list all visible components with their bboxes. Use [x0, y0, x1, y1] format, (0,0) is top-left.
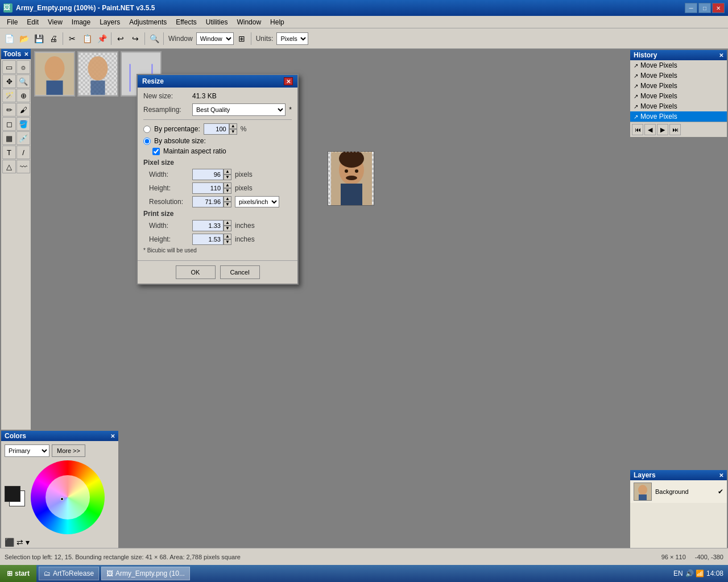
ok-button[interactable]: OK [176, 265, 216, 279]
layers-close-button[interactable]: ✕ [719, 472, 723, 479]
tools-close-button[interactable]: ✕ [24, 51, 28, 57]
history-item[interactable]: ↗ Move Pixels [630, 101, 727, 111]
history-item[interactable]: ↗ Move Pixels [630, 91, 727, 101]
taskbar-item-paintnet[interactable]: 🖼 Army_Empty.png (10... [101, 567, 190, 580]
app-icon: 🖼 [3, 3, 13, 13]
cancel-button[interactable]: Cancel [220, 265, 260, 279]
tool-magic-wand[interactable]: 🪄 [2, 89, 16, 102]
menu-adjustments[interactable]: Adjustments [125, 16, 171, 28]
minimize-button[interactable]: ─ [685, 3, 697, 13]
history-item[interactable]: ↗ Move Pixels [630, 81, 727, 91]
history-item-selected[interactable]: ↗ Move Pixels [630, 111, 727, 122]
pixel-height-spin-up[interactable]: ▲ [224, 182, 231, 188]
color-wheel-container[interactable] [31, 460, 105, 534]
layer-background[interactable]: Background ✔ [630, 480, 727, 503]
tool-text[interactable]: T [2, 146, 16, 159]
print-width-spin-up[interactable]: ▲ [224, 220, 231, 226]
taskbar-item-art[interactable]: 🗂 ArtToRelease [39, 567, 99, 580]
print-height-spin-up[interactable]: ▲ [224, 234, 231, 239]
percentage-spin-up[interactable]: ▲ [229, 123, 237, 129]
resampling-select[interactable]: Best Quality Bicubic Bilinear Nearest Ne… [192, 103, 286, 116]
window-dropdown[interactable]: Window [196, 32, 234, 45]
menu-layers[interactable]: Layers [95, 16, 125, 28]
tool-rectangle-select[interactable]: ▭ [2, 60, 16, 74]
tool-shapes[interactable]: △ [2, 160, 16, 173]
history-close-button[interactable]: ✕ [719, 52, 723, 59]
print-width-input[interactable] [192, 220, 224, 231]
resolution-unit-select[interactable]: pixels/inch pixels/cm [235, 196, 279, 207]
by-percentage-radio[interactable] [143, 126, 151, 133]
start-button[interactable]: ⊞ start [0, 565, 36, 582]
tool-line[interactable]: / [16, 146, 30, 159]
menu-effects[interactable]: Effects [171, 16, 201, 28]
history-item[interactable]: ↗ Move Pixels [630, 60, 727, 70]
tool-fill[interactable]: 🪣 [16, 117, 30, 131]
new-button[interactable]: 📄 [2, 32, 16, 45]
tool-eraser[interactable]: ◻ [2, 117, 16, 131]
zoom-fit-button[interactable]: ⊞ [235, 32, 249, 45]
window-title: Army_Empty.png (100%) - Paint.NET v3.5.5 [16, 4, 155, 12]
colors-close-button[interactable]: ✕ [110, 433, 115, 439]
pixel-width-spin-up[interactable]: ▲ [224, 169, 231, 174]
color-wheel[interactable] [31, 460, 105, 534]
undo-button[interactable]: ↩ [114, 32, 127, 45]
tool-move[interactable]: ✥ [2, 74, 16, 88]
print-button[interactable]: 🖨 [47, 32, 60, 45]
primary-secondary-select[interactable]: Primary Secondary [5, 444, 49, 457]
menu-edit[interactable]: Edit [22, 16, 43, 28]
menu-utilities[interactable]: Utilities [201, 16, 233, 28]
menu-view[interactable]: View [43, 16, 67, 28]
paste-button[interactable]: 📌 [95, 32, 109, 45]
resize-dialog-close[interactable]: ✕ [284, 77, 293, 85]
open-button[interactable]: 📂 [17, 32, 31, 45]
menu-file[interactable]: File [2, 16, 22, 28]
tool-eyedropper[interactable]: 💉 [16, 131, 30, 145]
tool-lasso[interactable]: ⌾ [16, 60, 30, 74]
thumbnail-1[interactable] [34, 51, 75, 97]
maximize-button[interactable]: □ [698, 3, 711, 13]
menu-image[interactable]: Image [67, 16, 95, 28]
resolution-input[interactable] [192, 196, 224, 207]
print-height-input[interactable] [192, 234, 224, 245]
print-height-spin-down[interactable]: ▼ [224, 239, 231, 245]
thumbnail-2[interactable] [77, 51, 118, 97]
save-button[interactable]: 💾 [32, 32, 46, 45]
tool-clone[interactable]: ⊕ [16, 89, 30, 102]
history-first-button[interactable]: ⏮ [632, 124, 643, 135]
history-item-label-1: Move Pixels [640, 61, 677, 69]
pixel-height-input[interactable] [192, 182, 224, 194]
more-colors-button[interactable]: More >> [52, 444, 85, 457]
tool-freeform[interactable]: 〰 [16, 160, 30, 173]
print-width-spin-down[interactable]: ▼ [224, 226, 231, 231]
resolution-spin-up[interactable]: ▲ [224, 196, 231, 202]
layer-visibility-toggle[interactable]: ✔ [718, 488, 723, 496]
menu-help[interactable]: Help [266, 16, 289, 28]
zoom-button[interactable]: 🔍 [147, 32, 161, 45]
tool-gradient[interactable]: ▦ [2, 131, 16, 145]
maintain-aspect-checkbox[interactable] [152, 148, 160, 155]
units-select[interactable]: Pixels [276, 32, 308, 45]
tool-zoom[interactable]: 🔍 [16, 74, 30, 88]
layers-empty-area [630, 503, 727, 548]
pixel-width-spin-down[interactable]: ▼ [224, 174, 231, 180]
history-last-button[interactable]: ⏭ [669, 124, 681, 135]
tool-brush[interactable]: 🖌 [16, 103, 30, 117]
cut-button[interactable]: ✂ [65, 32, 79, 45]
close-button[interactable]: ✕ [712, 3, 725, 13]
redo-button[interactable]: ↪ [129, 32, 142, 45]
pixel-width-input[interactable] [192, 169, 224, 180]
copy-button[interactable]: 📋 [80, 32, 94, 45]
by-absolute-radio[interactable] [143, 138, 151, 145]
history-forward-button[interactable]: ▶ [657, 124, 668, 135]
resolution-spin-down[interactable]: ▼ [224, 202, 231, 207]
pixel-height-spin-down[interactable]: ▼ [224, 188, 231, 194]
percentage-spin-down[interactable]: ▼ [229, 129, 237, 135]
menu-window[interactable]: Window [232, 16, 266, 28]
history-back-button[interactable]: ◀ [644, 124, 656, 135]
percentage-input[interactable] [204, 123, 229, 135]
history-item[interactable]: ↗ Move Pixels [630, 70, 727, 81]
swap-colors-icon[interactable]: ⇄ [16, 538, 23, 547]
tool-pencil[interactable]: ✏ [2, 103, 16, 117]
primary-color-swatch[interactable] [5, 486, 20, 502]
color-options-icon[interactable]: ▾ [26, 538, 30, 547]
